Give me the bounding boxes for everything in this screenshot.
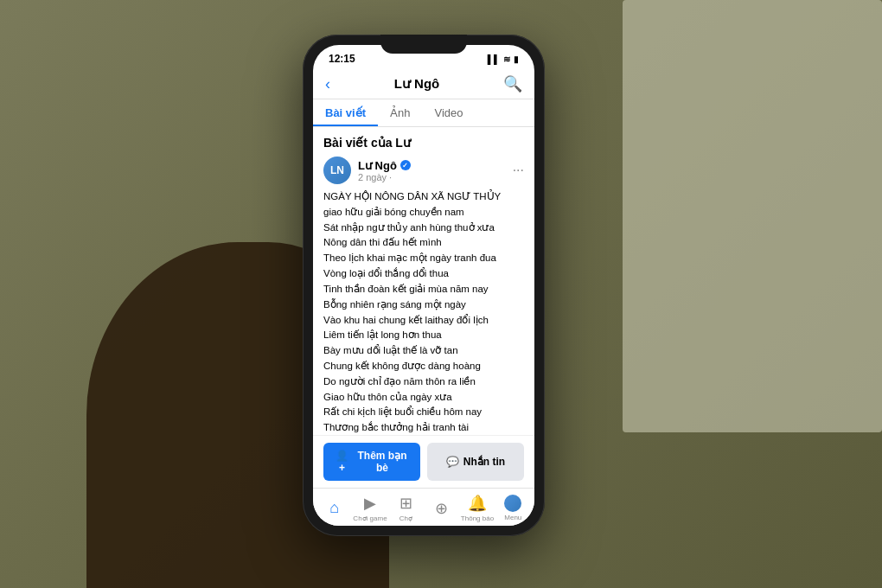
section-title: Bài viết của Lư xyxy=(323,136,524,150)
more-icon: ⊕ xyxy=(435,499,448,518)
nav-home[interactable]: ⌂ xyxy=(316,499,352,517)
nav-menu[interactable]: Menu xyxy=(495,495,531,521)
nav-game[interactable]: ▶ Chơi game xyxy=(352,494,387,522)
nav-avatar xyxy=(504,495,521,512)
phone-screen: 12:15 ▌▌ ≋ ▮ ‹ Lư Ngô 🔍 Bài viết Ảnh xyxy=(313,45,534,526)
nav-shop[interactable]: ⊞ Chợ xyxy=(388,494,424,522)
content-area: Bài viết của Lư LN Lư Ngô ✓ 2 ngày · xyxy=(313,127,534,435)
nav-more[interactable]: ⊕ xyxy=(424,499,459,518)
action-buttons: 👤+ Thêm bạn bè 💬 Nhắn tin xyxy=(313,435,534,488)
profile-title: Lư Ngô xyxy=(394,76,440,92)
messenger-icon: 💬 xyxy=(446,456,459,468)
status-time: 12:15 xyxy=(329,53,355,65)
message-button[interactable]: 💬 Nhắn tin xyxy=(427,443,524,481)
avatar: LN xyxy=(323,157,351,184)
back-button[interactable]: ‹ xyxy=(325,75,330,93)
nav-notifications[interactable]: 🔔 Thông báo xyxy=(459,494,495,522)
game-icon: ▶ xyxy=(364,494,376,513)
nav-notif-label: Thông báo xyxy=(461,514,494,522)
tab-bai-viet[interactable]: Bài viết xyxy=(313,99,378,126)
bottom-nav: ⌂ ▶ Chơi game ⊞ Chợ ⊕ 🔔 Thông báo xyxy=(313,488,534,526)
post-text: NGÀY HỘI NÔNG DÂN XÃ NGƯ THỦY giao hữu g… xyxy=(323,189,524,435)
phone-device: 12:15 ▌▌ ≋ ▮ ‹ Lư Ngô 🔍 Bài viết Ảnh xyxy=(303,35,545,536)
fb-header: ‹ Lư Ngô 🔍 xyxy=(313,69,534,99)
signal-icon: ▌▌ xyxy=(488,54,500,64)
nav-menu-label: Menu xyxy=(504,514,521,521)
monitor xyxy=(623,0,882,432)
status-icons: ▌▌ ≋ ▮ xyxy=(488,54,519,64)
verified-icon: ✓ xyxy=(400,160,411,170)
tab-anh[interactable]: Ảnh xyxy=(378,99,422,126)
profile-tabs: Bài viết Ảnh Video xyxy=(313,99,534,127)
add-friend-icon: 👤+ xyxy=(334,450,350,474)
search-button[interactable]: 🔍 xyxy=(503,74,522,93)
shop-icon: ⊞ xyxy=(399,494,412,513)
nav-shop-label: Chợ xyxy=(399,514,412,522)
post-meta: Lư Ngô ✓ 2 ngày · xyxy=(358,159,506,182)
tab-video[interactable]: Video xyxy=(422,99,475,126)
bell-icon: 🔔 xyxy=(468,494,487,513)
post: LN Lư Ngô ✓ 2 ngày · ··· NGÀY HỘI NÔNG D… xyxy=(323,157,524,435)
post-time: 2 ngày · xyxy=(358,172,506,182)
post-author: Lư Ngô ✓ xyxy=(358,159,506,172)
post-options-button[interactable]: ··· xyxy=(513,163,524,178)
wifi-icon: ≋ xyxy=(503,54,510,64)
add-friend-button[interactable]: 👤+ Thêm bạn bè xyxy=(323,443,420,481)
post-header: LN Lư Ngô ✓ 2 ngày · ··· xyxy=(323,157,524,184)
home-icon: ⌂ xyxy=(329,499,339,517)
battery-icon: ▮ xyxy=(514,54,519,64)
phone-wrapper: 12:15 ▌▌ ≋ ▮ ‹ Lư Ngô 🔍 Bài viết Ảnh xyxy=(303,35,545,536)
scroll-content: Bài viết của Lư LN Lư Ngô ✓ 2 ngày · xyxy=(313,127,534,435)
nav-game-label: Chơi game xyxy=(353,514,387,522)
phone-notch xyxy=(380,35,467,54)
